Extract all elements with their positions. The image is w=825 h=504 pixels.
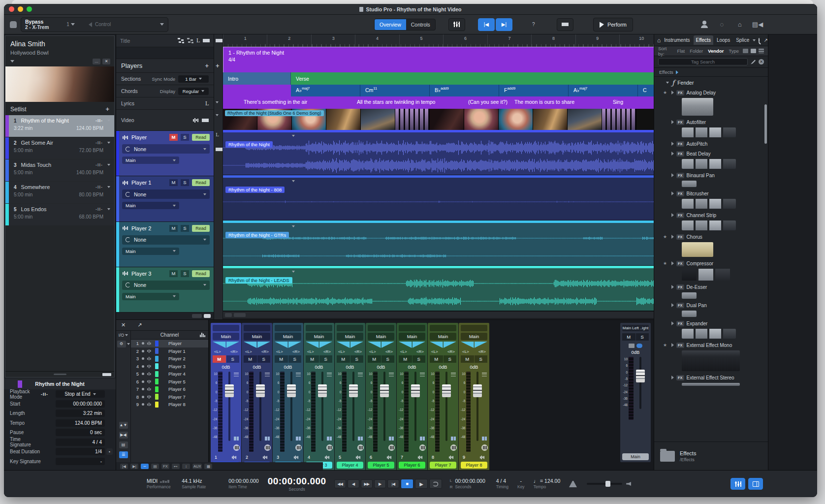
solo-button[interactable]: S (288, 355, 302, 363)
user-profile-icon[interactable] (698, 19, 711, 31)
routing-view-icon[interactable]: ⊷ (172, 464, 180, 469)
sort-channels-icon[interactable]: ▲▼ (119, 422, 128, 429)
output-bus-label[interactable]: Main (368, 333, 394, 340)
strip-menu-icon[interactable] (234, 373, 239, 377)
lyrics-column-icon[interactable]: L (196, 37, 200, 44)
section-region[interactable]: Intro (223, 72, 291, 85)
collaboration-icon[interactable]: ◌ (716, 19, 729, 31)
strip-name-tag[interactable]: Player 5 (368, 462, 394, 469)
mute-button[interactable]: M (169, 134, 178, 141)
pan-control[interactable] (213, 342, 239, 348)
player-output-dropdown[interactable]: Main (122, 157, 179, 164)
instrument-dropdown[interactable]: ⚙ (117, 341, 130, 347)
mute-button[interactable]: M (169, 270, 178, 277)
locator-time-value[interactable]: 00:00:00.000 (455, 478, 485, 484)
track-grid-icon[interactable] (178, 38, 184, 43)
open-mixer-button[interactable] (730, 478, 745, 490)
keyboard-view-icon[interactable]: ▤ (119, 441, 128, 448)
pan-left-label[interactable]: <L> (307, 349, 314, 354)
effect-thumbnail[interactable] (682, 242, 713, 257)
property-value[interactable]: 1/4 (56, 448, 105, 455)
view-tab[interactable]: Overview (375, 19, 406, 30)
help-button[interactable]: ? (525, 18, 542, 31)
scroll-left-button[interactable] (225, 313, 232, 317)
next-marker-button[interactable]: ▶ (374, 479, 386, 488)
volume-fader[interactable] (380, 372, 387, 452)
effect-item[interactable]: ★ FX Compressor (654, 258, 768, 268)
audio-track-lane[interactable]: Rhythm of the Night - LEADS (223, 266, 707, 311)
channel-list-row[interactable]: 7 Player 6 (131, 385, 208, 393)
channel-list-row[interactable]: 4 Player 3 (131, 363, 208, 371)
clip-collapse-icon[interactable] (292, 225, 295, 227)
effect-thumbnail[interactable] (682, 350, 740, 371)
property-value[interactable]: 0 sec (56, 429, 105, 436)
output-bus-label[interactable]: Main (461, 333, 487, 340)
master-channel-strip[interactable]: Main Left ..ight M S 0dB 1060-5-12-24-36… (620, 323, 651, 462)
list-lines-icon[interactable] (759, 49, 764, 53)
insert-slot[interactable] (337, 325, 363, 331)
setlist-item[interactable]: 3 Midas Touch -II- 5:00 min 140.00 BPM (5, 159, 114, 181)
master-mute-button[interactable]: M (622, 333, 635, 341)
scroll-thumb[interactable] (234, 313, 246, 317)
output-bus-label[interactable]: Main (337, 333, 363, 340)
mute-button[interactable]: M (461, 355, 474, 363)
time-signature-value[interactable]: 4 / 4 (496, 478, 508, 484)
favorite-star-icon[interactable]: ★ (663, 343, 669, 347)
strip-menu-icon[interactable] (327, 373, 332, 377)
effect-item[interactable]: ★ FX Channel Strip (654, 210, 768, 220)
mute-button[interactable]: M (430, 355, 443, 363)
forward-button[interactable]: ▶▶ (361, 479, 373, 488)
player-track-header[interactable]: Player M S Read None (116, 131, 214, 176)
lyric-event[interactable]: There's something in the air (244, 99, 307, 105)
pan-control[interactable] (399, 342, 425, 348)
favorite-star-icon[interactable]: ★ (663, 261, 669, 266)
main-time-display[interactable]: 00:00:00.000 Seconds (268, 476, 326, 492)
autoscroll-button[interactable]: ▶| (496, 18, 512, 31)
strip-name-tag[interactable]: Player 8 (461, 462, 487, 469)
effect-item[interactable]: ★ FX Dual Pan (654, 300, 768, 310)
chord-region[interactable]: B♭add9 (430, 85, 499, 96)
mixer-channel-strip[interactable]: Main <L> <R> M S 0dB (459, 323, 489, 470)
channel-list-row[interactable]: 1 Player (131, 340, 208, 347)
master-volume-fader[interactable] (635, 357, 645, 420)
favorite-star-icon[interactable]: ★ (663, 234, 669, 239)
output-bus-label[interactable]: Main (430, 333, 456, 340)
pan-left-label[interactable]: <L> (214, 349, 221, 354)
pan-right-label[interactable]: <R> (416, 349, 424, 354)
volume-fader[interactable] (224, 372, 232, 452)
strip-menu-icon[interactable] (420, 373, 425, 377)
strip-name-tag[interactable]: Player 4 (337, 462, 363, 469)
solo-button[interactable]: S (257, 355, 271, 363)
clip-collapse-icon[interactable] (292, 271, 295, 273)
channel-active-dot[interactable] (142, 357, 144, 360)
section-region[interactable]: Verse (291, 72, 707, 85)
setlist-item[interactable]: 5 Los Endos -II- 5:00 min 68.00 BPM (5, 204, 114, 225)
property-value[interactable]: 00:00:00.000 (56, 400, 105, 408)
chord-region[interactable]: A♭maj7 (569, 85, 638, 96)
effect-item[interactable]: ★ FX Bitcrusher (654, 189, 768, 198)
video-track[interactable]: Rhythm of the Night (Studio One 6 Demo S… (223, 109, 707, 130)
pan-right-label[interactable]: <R> (385, 349, 393, 354)
effect-item[interactable]: ★ FX AutoPitch (654, 139, 768, 149)
bypass-dropdown-icon[interactable] (71, 23, 75, 26)
effect-item[interactable]: ★ FX Autofilter (654, 117, 768, 127)
lyric-event[interactable]: (Can you see it?) (468, 99, 508, 105)
expand-icon[interactable] (671, 303, 674, 307)
strip-name-tag[interactable]: Player 6 (399, 462, 425, 469)
mixer-close-button[interactable]: ✕ (121, 322, 126, 328)
master-solo-button[interactable]: S (636, 333, 649, 341)
volume-fader[interactable] (349, 372, 356, 452)
collapse-channels-icon[interactable]: ▶◀ (119, 432, 128, 439)
output-bus-label[interactable]: Main (213, 333, 239, 340)
player-output-dropdown[interactable]: Main (122, 293, 179, 300)
vendor-folder[interactable]: ƒ Fender (654, 78, 768, 88)
insert-slot[interactable] (244, 325, 270, 331)
aux-view-button[interactable]: AUX (192, 464, 202, 469)
pan-right-label[interactable]: <R> (230, 349, 238, 354)
show-close-button[interactable]: ✕ (102, 59, 110, 64)
expand-icon[interactable] (671, 343, 674, 347)
io-dropdown[interactable]: I/O (119, 333, 128, 338)
add-track-button[interactable]: + (216, 62, 220, 69)
mute-button[interactable]: M (213, 355, 226, 363)
add-song-button[interactable]: + (105, 105, 109, 113)
